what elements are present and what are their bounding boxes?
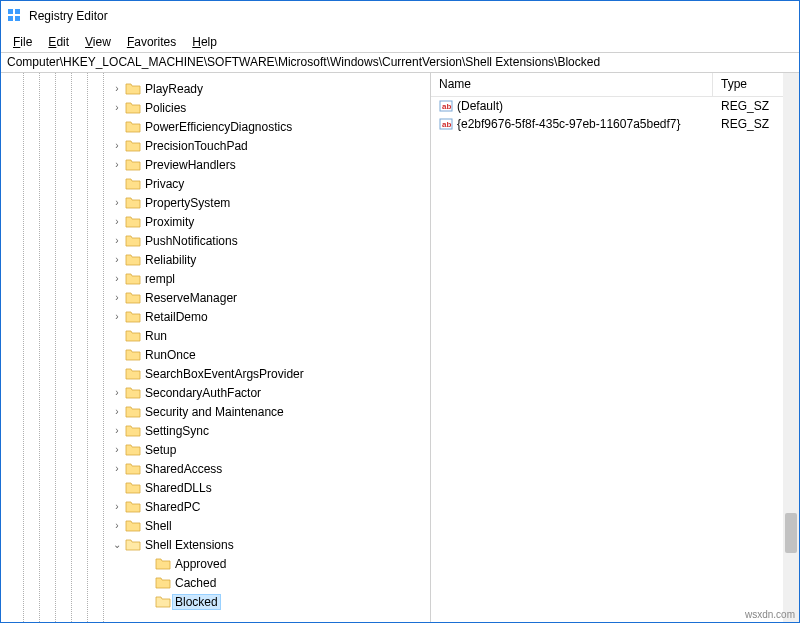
folder-icon	[125, 272, 141, 286]
tree-item[interactable]: › Policies	[1, 98, 430, 117]
tree-item-label: Blocked	[172, 594, 221, 610]
values-pane[interactable]: Name Type ab (Default) REG_SZ ab {e2bf96…	[431, 73, 799, 622]
tree-item-label: SettingSync	[145, 424, 209, 438]
folder-icon	[125, 386, 141, 400]
expander-icon[interactable]: ›	[111, 425, 123, 436]
expander-icon[interactable]: ›	[111, 387, 123, 398]
tree-item[interactable]: › rempl	[1, 269, 430, 288]
tree-item[interactable]: › PlayReady	[1, 79, 430, 98]
tree-item[interactable]: › Proximity	[1, 212, 430, 231]
expander-icon[interactable]: ›	[111, 273, 123, 284]
tree-item-label: Security and Maintenance	[145, 405, 284, 419]
tree-item-label: Shell Extensions	[145, 538, 234, 552]
folder-icon	[125, 291, 141, 305]
menu-help[interactable]: Help	[184, 33, 225, 51]
expander-icon[interactable]: ›	[111, 216, 123, 227]
expander-icon[interactable]: ›	[111, 463, 123, 474]
tree-item[interactable]: › PropertySystem	[1, 193, 430, 212]
tree-item-label: Policies	[145, 101, 186, 115]
tree-item[interactable]: Run	[1, 326, 430, 345]
window-title: Registry Editor	[29, 9, 108, 23]
svg-text:ab: ab	[442, 102, 451, 111]
list-row[interactable]: ab {e2bf9676-5f8f-435c-97eb-11607a5bedf7…	[431, 115, 799, 133]
expander-icon[interactable]: ›	[111, 197, 123, 208]
tree-item[interactable]: › Shell	[1, 516, 430, 535]
tree-item-label: SecondaryAuthFactor	[145, 386, 261, 400]
tree-pane[interactable]: › PlayReady › Policies PowerEfficiencyDi…	[1, 73, 431, 622]
menu-edit[interactable]: Edit	[40, 33, 77, 51]
tree-item-label: Run	[145, 329, 167, 343]
tree-item[interactable]: RunOnce	[1, 345, 430, 364]
expander-icon[interactable]: ›	[111, 102, 123, 113]
expander-icon[interactable]: ›	[111, 159, 123, 170]
value-name: (Default)	[457, 99, 503, 113]
folder-icon	[125, 424, 141, 438]
tree-item[interactable]: › RetailDemo	[1, 307, 430, 326]
expander-icon[interactable]: ›	[111, 292, 123, 303]
string-value-icon: ab	[439, 99, 453, 113]
menu-file[interactable]: File	[5, 33, 40, 51]
value-name-cell: ab (Default)	[431, 99, 713, 113]
expander-icon[interactable]: ›	[111, 254, 123, 265]
tree-item[interactable]: › SettingSync	[1, 421, 430, 440]
tree-item-label: ReserveManager	[145, 291, 237, 305]
tree-item-label: RetailDemo	[145, 310, 208, 324]
folder-icon	[125, 500, 141, 514]
tree-item[interactable]: › SharedAccess	[1, 459, 430, 478]
app-icon	[7, 8, 23, 24]
tree-item-label: Approved	[175, 557, 226, 571]
svg-text:ab: ab	[442, 120, 451, 129]
tree-item[interactable]: Privacy	[1, 174, 430, 193]
folder-icon	[125, 367, 141, 381]
folder-icon	[125, 139, 141, 153]
scrollbar-vertical[interactable]	[783, 73, 799, 622]
address-bar[interactable]: Computer\HKEY_LOCAL_MACHINE\SOFTWARE\Mic…	[1, 53, 799, 73]
tree-item[interactable]: › PushNotifications	[1, 231, 430, 250]
tree-item[interactable]: › PreviewHandlers	[1, 155, 430, 174]
folder-icon	[125, 405, 141, 419]
tree-item[interactable]: Approved	[1, 554, 430, 573]
menu-view[interactable]: View	[77, 33, 119, 51]
svg-rect-1	[15, 9, 20, 14]
column-header-name[interactable]: Name	[431, 73, 713, 96]
expander-icon[interactable]: ›	[111, 83, 123, 94]
tree-item[interactable]: SharedDLLs	[1, 478, 430, 497]
tree-item[interactable]: › Setup	[1, 440, 430, 459]
tree-item-label: rempl	[145, 272, 175, 286]
folder-icon	[125, 82, 141, 96]
menu-favorites[interactable]: Favorites	[119, 33, 184, 51]
folder-icon	[125, 538, 141, 552]
folder-icon	[125, 234, 141, 248]
scrollbar-thumb[interactable]	[785, 513, 797, 553]
tree-item[interactable]: SearchBoxEventArgsProvider	[1, 364, 430, 383]
tree-item-label: PropertySystem	[145, 196, 230, 210]
tree-item[interactable]: › PrecisionTouchPad	[1, 136, 430, 155]
expander-icon[interactable]: ⌄	[111, 539, 123, 550]
list-row[interactable]: ab (Default) REG_SZ	[431, 97, 799, 115]
folder-icon	[125, 519, 141, 533]
tree-item[interactable]: › ReserveManager	[1, 288, 430, 307]
expander-icon[interactable]: ›	[111, 444, 123, 455]
tree-item[interactable]: › Reliability	[1, 250, 430, 269]
expander-icon[interactable]: ›	[111, 501, 123, 512]
tree-item[interactable]: ⌄ Shell Extensions	[1, 535, 430, 554]
expander-icon[interactable]: ›	[111, 520, 123, 531]
folder-icon	[125, 158, 141, 172]
folder-icon	[125, 196, 141, 210]
expander-icon[interactable]: ›	[111, 235, 123, 246]
tree-item[interactable]: › Security and Maintenance	[1, 402, 430, 421]
tree-item[interactable]: Cached	[1, 573, 430, 592]
expander-icon[interactable]: ›	[111, 311, 123, 322]
folder-icon	[155, 595, 171, 609]
tree-item[interactable]: PowerEfficiencyDiagnostics	[1, 117, 430, 136]
expander-icon[interactable]: ›	[111, 406, 123, 417]
tree-item-label: Cached	[175, 576, 216, 590]
menu-bar: File Edit View Favorites Help	[1, 31, 799, 53]
tree-item[interactable]: Blocked	[1, 592, 430, 611]
tree-item-label: Proximity	[145, 215, 194, 229]
tree-item[interactable]: › SharedPC	[1, 497, 430, 516]
tree-item-label: Setup	[145, 443, 176, 457]
expander-icon[interactable]: ›	[111, 140, 123, 151]
tree-item[interactable]: › SecondaryAuthFactor	[1, 383, 430, 402]
tree-item-label: SharedPC	[145, 500, 200, 514]
